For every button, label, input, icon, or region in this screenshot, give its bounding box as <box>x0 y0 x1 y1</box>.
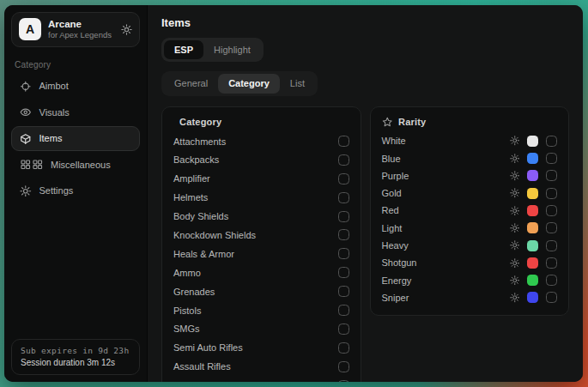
checkbox[interactable] <box>546 188 557 199</box>
color-swatch[interactable] <box>527 292 538 303</box>
rarity-row-controls <box>510 275 558 286</box>
checkbox[interactable] <box>546 205 557 216</box>
brand-name: Arcane <box>48 18 114 30</box>
sidebar-item-items[interactable]: Items <box>11 126 140 152</box>
checkbox[interactable] <box>338 248 349 259</box>
mode-esp[interactable]: ESP <box>164 40 203 59</box>
gear-icon[interactable] <box>510 240 520 251</box>
color-swatch[interactable] <box>527 205 538 216</box>
rarity-row-controls <box>510 136 558 147</box>
checkbox[interactable] <box>338 324 349 335</box>
sidebar-item-aimbot[interactable]: Aimbot <box>11 74 140 100</box>
box-icon <box>20 133 32 145</box>
gear-icon[interactable] <box>121 24 132 35</box>
category-item-label: Attachments <box>173 136 226 147</box>
gear-icon[interactable] <box>510 206 520 216</box>
app-window: A Arcane for Apex Legends Category Aimbo… <box>4 5 583 382</box>
rarity-item-label: Sniper <box>382 293 510 303</box>
sidebar-item-label: Miscellaneous <box>51 160 111 170</box>
rarity-row-controls <box>510 240 558 251</box>
sidebar-nav: AimbotVisualsItemsMiscellaneousSettings <box>11 74 140 204</box>
star-icon <box>382 117 393 128</box>
rarity-panel-title: Rarity <box>398 117 426 127</box>
crosshair-icon <box>20 81 32 93</box>
checkbox[interactable] <box>338 342 349 354</box>
sidebar-item-visuals[interactable]: Visuals <box>11 100 140 125</box>
category-row-backpacks: Backpacks <box>173 150 349 169</box>
main-panel: Items ESPHighlight GeneralCategoryList C… <box>148 5 583 382</box>
color-swatch[interactable] <box>527 188 538 199</box>
mode-highlight[interactable]: Highlight <box>203 40 261 59</box>
checkbox[interactable] <box>338 136 349 147</box>
sidebar-item-miscellaneous[interactable]: Miscellaneous <box>11 152 140 178</box>
tab-category[interactable]: Category <box>218 74 280 93</box>
checkbox[interactable] <box>338 286 349 297</box>
brand-logo: A <box>19 18 41 40</box>
gear-icon[interactable] <box>510 223 520 233</box>
checkbox[interactable] <box>338 229 349 240</box>
category-panel-title: Category <box>179 117 221 127</box>
color-swatch[interactable] <box>527 240 538 251</box>
rarity-row-controls <box>510 292 558 303</box>
checkbox[interactable] <box>546 222 557 233</box>
checkbox[interactable] <box>338 154 349 166</box>
category-item-label: Semi Auto Rifles <box>173 342 243 353</box>
sidebar-item-label: Visuals <box>39 107 70 118</box>
checkbox[interactable] <box>546 240 557 251</box>
gear-icon[interactable] <box>510 293 520 303</box>
gear-icon[interactable] <box>510 136 520 146</box>
category-row-ammo: Ammo <box>173 263 349 282</box>
sidebar-spacer <box>11 203 140 339</box>
rarity-item-label: Shotgun <box>382 257 510 268</box>
gear-icon[interactable] <box>510 154 520 164</box>
color-swatch[interactable] <box>527 275 538 286</box>
checkbox[interactable] <box>338 361 349 372</box>
category-item-label: Knockdown Shields <box>173 230 256 240</box>
category-item-label: Grenades <box>173 287 215 297</box>
gear-icon[interactable] <box>510 188 520 198</box>
esp-mode-switch: ESPHighlight <box>161 38 264 62</box>
checkbox[interactable] <box>546 170 557 181</box>
category-row-smgs: SMGs <box>173 320 349 339</box>
checkbox[interactable] <box>338 173 349 184</box>
gear-icon[interactable] <box>510 171 520 181</box>
tab-general[interactable]: General <box>164 74 218 93</box>
checkbox[interactable] <box>546 153 557 164</box>
checkbox[interactable] <box>338 267 349 278</box>
category-row-semi-auto-rifles: Semi Auto Rifles <box>173 338 349 357</box>
checkbox[interactable] <box>338 211 349 222</box>
checkbox[interactable] <box>338 305 349 316</box>
rarity-item-label: Light <box>382 223 510 233</box>
color-swatch[interactable] <box>527 257 538 269</box>
rarity-row-red: Red <box>382 202 558 219</box>
checkbox[interactable] <box>338 380 349 382</box>
color-swatch[interactable] <box>527 136 538 147</box>
tab-list[interactable]: List <box>280 74 315 93</box>
checkbox[interactable] <box>546 275 557 286</box>
sidebar-item-settings[interactable]: Settings <box>11 178 140 204</box>
checkbox[interactable] <box>338 192 349 203</box>
rarity-row-light: Light <box>382 220 558 237</box>
panels-row: Category AttachmentsBackpacksAmplifierHe… <box>161 106 569 382</box>
checkbox[interactable] <box>546 136 557 147</box>
checkbox[interactable] <box>546 257 557 269</box>
sidebar-section-label: Category <box>15 60 136 70</box>
category-item-label: Helmets <box>173 192 208 203</box>
color-swatch[interactable] <box>527 222 538 233</box>
category-row-knockdown-shields: Knockdown Shields <box>173 226 349 245</box>
brand-card: A Arcane for Apex Legends <box>11 12 140 47</box>
category-item-label: Body Shields <box>173 211 228 221</box>
gear-icon[interactable] <box>510 258 520 269</box>
gear-icon[interactable] <box>510 275 520 286</box>
rarity-row-shotgun: Shotgun <box>382 254 558 271</box>
category-row-assault-rifles: Assault Rifles <box>173 357 349 376</box>
session-duration-text: Session duration 3m 12s <box>21 358 130 367</box>
checkbox[interactable] <box>546 292 557 303</box>
color-swatch[interactable] <box>527 170 538 181</box>
rarity-item-label: Red <box>382 205 510 215</box>
color-swatch[interactable] <box>527 153 538 164</box>
category-panel: Category AttachmentsBackpacksAmplifierHe… <box>161 106 361 382</box>
rarity-row-controls <box>510 257 558 269</box>
rarity-row-controls <box>510 188 558 199</box>
rarity-item-label: Gold <box>382 188 510 198</box>
